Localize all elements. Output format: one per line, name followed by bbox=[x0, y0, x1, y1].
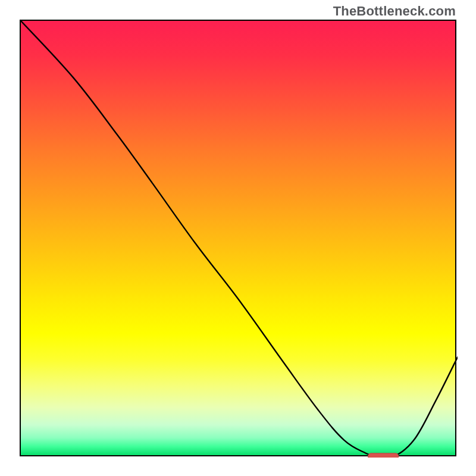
chart-svg bbox=[21, 21, 458, 458]
optimal-marker bbox=[368, 453, 399, 458]
plot-area bbox=[20, 20, 456, 456]
curve-line bbox=[21, 21, 458, 458]
site-attribution: TheBottleneck.com bbox=[333, 4, 456, 19]
chart-canvas: TheBottleneck.com bbox=[0, 0, 476, 476]
